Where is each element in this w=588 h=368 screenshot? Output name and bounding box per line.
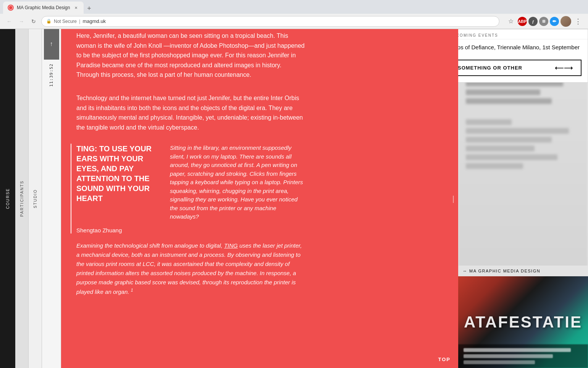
content-inner: Here, Jennifer, a beautiful woman can be… xyxy=(76,29,305,297)
ting-quote: Sitting in the library, an environment s… xyxy=(170,144,305,221)
cta-label: SOMETHING OR OTHER xyxy=(458,65,522,71)
extended-quote: Examining the technological shift from a… xyxy=(76,241,305,297)
studio-sidebar: STUDIO xyxy=(29,29,42,368)
svg-point-0 xyxy=(9,6,13,10)
studio-label[interactable]: STUDIO xyxy=(31,185,39,212)
url-domain: magmd.uk xyxy=(82,18,106,24)
bookmark-button[interactable]: ☆ xyxy=(506,16,516,27)
caption-line-3 xyxy=(464,360,535,364)
not-secure-label: Not Secure xyxy=(54,19,77,24)
left-sidebar: COURSE xyxy=(0,29,15,368)
footnote-number: 1 xyxy=(131,288,133,292)
new-tab-button[interactable]: + xyxy=(84,3,94,14)
adblock-extension[interactable]: ABP xyxy=(518,17,527,26)
ting-heading-container: TING: TO USE YOUR EARS WITH YOUR EYES, A… xyxy=(76,144,160,221)
blurred-line-12 xyxy=(466,146,535,151)
intro-paragraph: Here, Jennifer, a beautiful woman can be… xyxy=(76,29,305,80)
events-header: UPCOMING EVENTS xyxy=(458,29,588,39)
blurred-line-7 xyxy=(466,89,540,95)
timestamp-display: 11:39:52 xyxy=(49,63,54,87)
browser-frame: MA Graphic Media Design ✕ + ← → ↻ 🔒 Not … xyxy=(0,0,588,368)
arrow-nav-section: ← xyxy=(44,29,59,60)
thumbnail-caption-area xyxy=(458,344,588,368)
cta-arrow: ⟵⟶ xyxy=(555,64,573,71)
forward-button[interactable]: → xyxy=(17,17,26,26)
events-panel: UPCOMING EVENTS Maps of Defiance, Trienn… xyxy=(458,29,588,83)
quote-section: TING: TO USE YOUR EARS WITH YOUR EYES, A… xyxy=(76,144,305,233)
reload-button[interactable]: ↻ xyxy=(29,17,38,26)
pencil-extension[interactable]: ✏ xyxy=(550,17,559,26)
caption-line-1 xyxy=(464,348,571,352)
caption-line-2 xyxy=(464,354,553,358)
back-button[interactable]: ← xyxy=(5,17,14,26)
participants-sidebar: PARTICIPANTS xyxy=(15,29,29,368)
second-paragraph: Technology and the internet have turned … xyxy=(76,91,305,132)
tab-favicon xyxy=(8,5,14,11)
ma-label-text: ↔ MA GRAPHIC MEDIA DESIGN xyxy=(463,269,540,273)
ting-quote-container: Sitting in the library, an environment s… xyxy=(170,144,305,221)
lock-icon: 🔒 xyxy=(46,19,52,24)
toolbar-right: ☆ ABP f ⊞ ✏ ⋮ xyxy=(506,16,583,27)
blurred-line-9 xyxy=(466,119,512,125)
blurred-line-11 xyxy=(466,137,552,143)
blurred-line-14 xyxy=(466,163,523,169)
something-or-other-button[interactable]: SOMETHING OR OTHER ⟵⟶ xyxy=(458,60,582,76)
quote-border xyxy=(71,144,71,233)
url-bar[interactable]: 🔒 Not Secure | magmd.uk xyxy=(41,16,499,27)
thumbnail-main-text: ATAFESTATIE xyxy=(464,313,582,331)
ma-label-bar: ↔ MA GRAPHIC MEDIA DESIGN xyxy=(458,266,588,276)
ting-underline: TING xyxy=(224,242,238,249)
main-content: Here, Jennifer, a beautiful woman can be… xyxy=(61,29,458,368)
grid-extension[interactable]: ⊞ xyxy=(539,17,548,26)
tab-bar: MA Graphic Media Design ✕ + xyxy=(0,0,588,14)
profile-button[interactable] xyxy=(561,16,571,27)
author-name: Shengtao Zhuang xyxy=(76,227,305,233)
address-bar: ← → ↻ 🔒 Not Secure | magmd.uk ☆ ABP f ⊞ … xyxy=(0,14,588,29)
navigation-arrow[interactable]: ← xyxy=(48,41,55,47)
tab-title: MA Graphic Media Design xyxy=(17,5,70,10)
menu-button[interactable]: ⋮ xyxy=(573,16,583,27)
ting-heading: TING: TO USE YOUR EARS WITH YOUR EYES, A… xyxy=(76,144,160,203)
right-panel: ↔ MA GRAPHIC MEDIA DESIGN ATAFESTATIE UP… xyxy=(458,29,588,368)
participants-label[interactable]: PARTICIPANTS xyxy=(18,177,26,220)
blurred-line-13 xyxy=(466,154,557,160)
timestamp-sidebar: ← 11:39:52 xyxy=(42,29,61,368)
page-content: COURSE PARTICIPANTS STUDIO ← 11:39:52 He… xyxy=(0,29,588,368)
f-extension[interactable]: f xyxy=(528,17,538,26)
top-link[interactable]: TOP xyxy=(438,357,451,362)
events-title: Maps of Defiance, Triennale Milano, 1st … xyxy=(458,39,588,57)
blurred-line-8 xyxy=(466,98,552,104)
blurred-line-10 xyxy=(466,128,569,134)
scroll-indicator: | xyxy=(452,194,454,203)
thumbnail-area: ATAFESTATIE xyxy=(458,276,588,368)
quote-top: TING: TO USE YOUR EARS WITH YOUR EYES, A… xyxy=(76,144,305,221)
active-tab[interactable]: MA Graphic Media Design ✕ xyxy=(3,2,84,14)
tab-close-button[interactable]: ✕ xyxy=(73,5,79,11)
course-label[interactable]: COURSE xyxy=(3,180,13,217)
url-separator: | xyxy=(79,18,80,24)
